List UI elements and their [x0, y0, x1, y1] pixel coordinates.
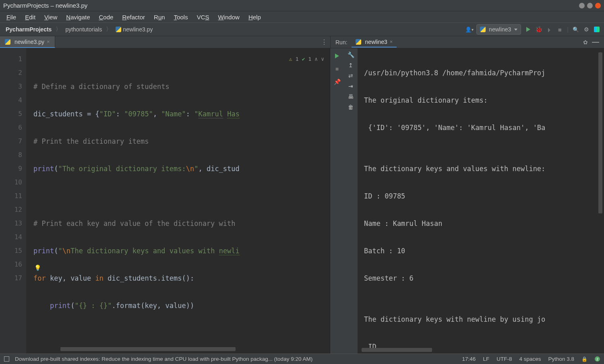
window-controls — [579, 3, 601, 8]
output-line: Name : Kamrul Hasan — [364, 217, 604, 230]
menu-vcs[interactable]: VCS — [193, 13, 213, 21]
intention-bulb-icon[interactable]: 💡 — [34, 261, 41, 275]
maximize-button[interactable] — [587, 3, 593, 8]
output-line: The original dictionary items: — [364, 93, 604, 107]
menu-bar: File Edit View Navigate Code Refactor Ru… — [0, 11, 604, 23]
run-tool-window: ■ 📌 🔧 ↥ ⇄ ⇥ 🖶 🗑 /usr/bin/python3.8 /home… — [330, 48, 604, 354]
menu-refactor[interactable]: Refactor — [118, 13, 149, 21]
run-settings-button[interactable]: ✿ — [583, 39, 588, 46]
breadcrumb: PycharmProjects 〉 pythontutorials 〉 newl… — [4, 25, 466, 33]
menu-help[interactable]: Help — [244, 13, 265, 21]
python-file-icon — [116, 27, 121, 32]
chevron-right-icon: 〉 — [56, 26, 61, 33]
python-file-icon — [5, 39, 10, 45]
menu-navigate[interactable]: Navigate — [62, 13, 94, 21]
close-button[interactable] — [595, 3, 601, 8]
output-line: ID : 09785 — [364, 189, 604, 203]
hide-run-panel-button[interactable]: — — [592, 38, 599, 46]
navigation-toolbar: PycharmProjects 〉 pythontutorials 〉 newl… — [0, 23, 604, 36]
prev-highlight-icon[interactable]: ∧ — [314, 52, 318, 66]
line-number-gutter: 1234567891011121314151617 — [0, 48, 26, 354]
readonly-lock-icon[interactable] — [581, 356, 587, 362]
search-everywhere-button[interactable] — [573, 26, 579, 33]
print-icon[interactable]: 🖶 — [348, 93, 354, 100]
add-user-button[interactable]: ▾ — [466, 26, 472, 33]
menu-code[interactable]: Code — [95, 13, 118, 21]
settings-button[interactable] — [583, 26, 590, 33]
warning-icon[interactable]: ⚠ — [289, 52, 292, 66]
python-interpreter[interactable]: Python 3.8 — [548, 356, 574, 362]
output-line: Batch : 10 — [364, 244, 604, 258]
editor-tab-active[interactable]: newline3.py × — [0, 36, 55, 48]
tool-window-toggle-icon[interactable] — [4, 356, 9, 362]
debug-button[interactable]: 🐞 — [536, 26, 542, 33]
status-clock: 17:46 — [462, 356, 476, 362]
run-panel-label: Run: — [335, 39, 348, 46]
code-editor[interactable]: 1234567891011121314151617 ⚠1 ✔1 ∧ ∨ # De… — [0, 48, 330, 354]
no-problems-icon[interactable]: ✔ — [302, 52, 305, 66]
notifications-badge[interactable]: 2 — [595, 356, 600, 362]
scroll-to-end-icon[interactable]: ⇥ — [348, 83, 353, 89]
editor-tabs: newline3.py × ⋮ Run: newline3 × ✿ — — [0, 36, 604, 48]
output-line: The dictionary keys with newline by usin… — [364, 312, 604, 326]
chevron-down-icon — [514, 29, 517, 31]
toolbar-right: ▾ newline3 🐞 ⏵ ■ | — [466, 24, 600, 35]
breadcrumb-root[interactable]: PycharmProjects — [4, 25, 53, 33]
editor-horizontal-scrollbar[interactable] — [60, 347, 318, 351]
output-line: The dictionary keys and values with newl… — [364, 162, 604, 176]
console-horizontal-scrollbar[interactable] — [362, 348, 596, 352]
run-tab-label: newline3 — [365, 39, 387, 45]
breadcrumb-folder[interactable]: pythontutorials — [64, 25, 103, 33]
menu-view[interactable]: View — [40, 13, 61, 21]
next-highlight-icon[interactable]: ∨ — [321, 52, 324, 66]
window-titlebar: PycharmProjects – newline3.py — [0, 0, 604, 11]
breadcrumb-file[interactable]: newline3.py — [114, 25, 154, 33]
run-tab[interactable]: newline3 × — [352, 37, 397, 48]
inspection-widgets[interactable]: ⚠1 ✔1 ∧ ∨ — [289, 52, 324, 66]
output-line: Semester : 6 — [364, 271, 604, 285]
menu-file[interactable]: File — [2, 13, 20, 21]
main-area: 1234567891011121314151617 ⚠1 ✔1 ∧ ∨ # De… — [0, 48, 604, 354]
menu-edit[interactable]: Edit — [21, 13, 39, 21]
close-run-tab-icon[interactable]: × — [390, 39, 393, 45]
run-toolbar-right: 🔧 ↥ ⇄ ⇥ 🖶 🗑 — [344, 48, 358, 354]
console-vertical-scrollbar[interactable] — [598, 52, 602, 345]
jetbrains-toolbox-icon[interactable] — [594, 26, 600, 33]
soft-wrap-icon[interactable]: ⇄ — [348, 72, 353, 79]
minimize-button[interactable] — [579, 3, 585, 8]
rerun-button[interactable] — [333, 52, 341, 60]
window-title: PycharmProjects – newline3.py — [3, 2, 579, 9]
file-encoding[interactable]: UTF-8 — [496, 356, 512, 362]
output-line: {'ID': '09785', 'Name': 'Kamrul Hasan', … — [364, 121, 604, 134]
stop-button[interactable]: ■ — [556, 26, 563, 33]
python-icon — [480, 27, 486, 32]
run-tool-window-header: Run: newline3 × ✿ — — [330, 36, 604, 48]
line-separator[interactable]: LF — [483, 356, 489, 362]
tab-options-button[interactable]: ⋮ — [318, 36, 330, 48]
status-message[interactable]: Download pre-built shared indexes: Reduc… — [15, 356, 312, 362]
console-output[interactable]: /usr/bin/python3.8 /home/fahmida/Pycharm… — [358, 48, 604, 354]
run-config-name: newline3 — [489, 26, 511, 33]
menu-window[interactable]: Window — [214, 13, 244, 21]
close-tab-icon[interactable]: × — [47, 39, 50, 45]
output-line: /usr/bin/python3.8 /home/fahmida/Pycharm… — [364, 66, 604, 80]
clear-all-icon[interactable]: 🗑 — [348, 104, 354, 110]
python-icon — [356, 39, 361, 45]
stop-run-button[interactable]: ■ — [333, 64, 341, 73]
run-toolbar-left: ■ 📌 — [330, 48, 344, 354]
wrench-icon[interactable]: 🔧 — [348, 52, 354, 58]
chevron-right-icon: 〉 — [106, 26, 112, 33]
menu-tools[interactable]: Tools — [170, 13, 192, 21]
menu-run[interactable]: Run — [150, 13, 169, 21]
run-button[interactable] — [525, 26, 532, 33]
code-area[interactable]: ⚠1 ✔1 ∧ ∨ # Define a dictionary of stude… — [26, 48, 330, 354]
run-configuration-selector[interactable]: newline3 — [476, 24, 521, 35]
indent-setting[interactable]: 4 spaces — [519, 356, 541, 362]
status-bar: Download pre-built shared indexes: Reduc… — [0, 354, 604, 364]
scroll-up-icon[interactable]: ↥ — [348, 62, 353, 68]
pin-tab-button[interactable]: 📌 — [333, 77, 341, 86]
run-with-coverage-button[interactable]: ⏵ — [546, 26, 552, 33]
tab-label: newline3.py — [14, 39, 44, 45]
